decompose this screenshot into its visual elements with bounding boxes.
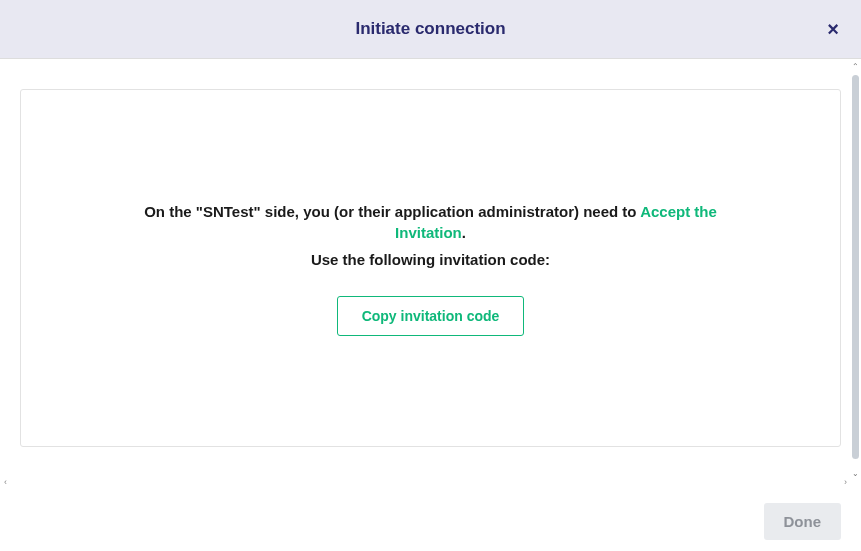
instruction-after: . — [462, 224, 466, 241]
vertical-scrollbar[interactable]: ⌃ ⌄ — [852, 63, 859, 478]
done-button[interactable]: Done — [764, 503, 842, 540]
instruction-text: On the "SNTest" side, you (or their appl… — [131, 201, 731, 243]
content-area: On the "SNTest" side, you (or their appl… — [0, 59, 861, 491]
instruction-panel: On the "SNTest" side, you (or their appl… — [20, 89, 841, 447]
dialog-footer: Done — [0, 491, 861, 551]
close-icon[interactable]: × — [827, 19, 839, 39]
horizontal-scrollbar[interactable]: ‹ › — [4, 477, 847, 487]
scroll-down-icon[interactable]: ⌄ — [852, 470, 859, 478]
scroll-right-icon[interactable]: › — [844, 478, 847, 487]
scroll-up-icon[interactable]: ⌃ — [852, 63, 859, 71]
dialog-title: Initiate connection — [355, 19, 505, 39]
sub-instruction: Use the following invitation code: — [311, 251, 550, 268]
scroll-thumb-vertical[interactable] — [852, 75, 859, 459]
instruction-before: On the "SNTest" side, you (or their appl… — [144, 203, 640, 220]
copy-invitation-code-button[interactable]: Copy invitation code — [337, 296, 525, 336]
dialog-header: Initiate connection × — [0, 0, 861, 59]
scroll-left-icon[interactable]: ‹ — [4, 478, 7, 487]
